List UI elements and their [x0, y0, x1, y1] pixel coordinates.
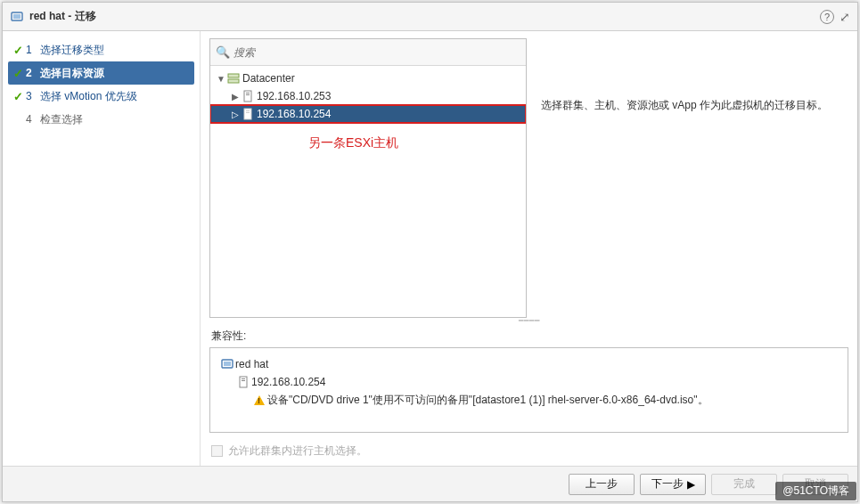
- next-button-label: 下一步: [651, 476, 684, 492]
- vm-icon: [219, 357, 235, 371]
- svg-rect-7: [244, 109, 251, 119]
- compatibility-label: 兼容性:: [211, 329, 848, 344]
- warning-icon: [251, 395, 267, 405]
- dialog-footer: 上一步 下一步 ▶ 完成 取消: [3, 466, 857, 501]
- svg-rect-9: [246, 112, 250, 113]
- back-button[interactable]: 上一步: [569, 474, 635, 495]
- twisty-right-icon[interactable]: ▷: [230, 110, 241, 119]
- titlebar: red hat - 迁移 ? ⤢: [3, 3, 857, 31]
- check-icon: ✓: [13, 44, 26, 57]
- tree-node-label: 192.168.10.253: [257, 90, 331, 102]
- dialog-body: ✓ 1 选择迁移类型 ✓ 2 选择目标资源 ✓ 3 选择 vMotion 优先级…: [3, 31, 857, 466]
- compat-host-name: 192.168.10.254: [251, 376, 325, 388]
- resource-tree-panel: 🔍 ▼ Datacenter ▶: [209, 38, 527, 318]
- step-number: 3: [26, 90, 40, 102]
- wizard-step-select-resource[interactable]: ✓ 2 选择目标资源: [8, 61, 194, 85]
- compatibility-box: red hat 192.168.10.254 设备"CD/DVD drive 1…: [209, 347, 848, 433]
- svg-rect-1: [13, 14, 20, 19]
- check-icon: ✓: [13, 113, 26, 126]
- vm-icon: [10, 10, 24, 24]
- wizard-sidebar: ✓ 1 选择迁移类型 ✓ 2 选择目标资源 ✓ 3 选择 vMotion 优先级…: [3, 31, 201, 466]
- datacenter-icon: [226, 72, 241, 85]
- watermark: @51CTO博客: [775, 482, 856, 500]
- splitter-handle[interactable]: ━━━━: [209, 318, 848, 323]
- tree-node-label: 192.168.10.254: [257, 108, 331, 120]
- step-label: 选择迁移类型: [40, 43, 104, 58]
- chevron-right-icon: ▶: [687, 478, 695, 491]
- wizard-step-vmotion-priority[interactable]: ✓ 3 选择 vMotion 优先级: [3, 85, 200, 108]
- svg-rect-5: [246, 93, 250, 93]
- svg-rect-12: [240, 377, 247, 387]
- allow-host-selection-row: 允许此群集内进行主机选择。: [211, 443, 848, 459]
- allow-host-selection-checkbox: [211, 445, 223, 457]
- compatibility-section: 兼容性: red hat 192.168.10.254: [209, 325, 848, 433]
- host-icon: [235, 376, 251, 388]
- allow-host-selection-label: 允许此群集内进行主机选择。: [228, 443, 367, 459]
- search-icon: 🔍: [216, 45, 230, 59]
- svg-rect-2: [228, 74, 239, 77]
- finish-button: 完成: [711, 474, 777, 495]
- next-button[interactable]: 下一步 ▶: [640, 474, 706, 495]
- svg-rect-3: [228, 79, 239, 83]
- step-label: 检查选择: [40, 112, 83, 127]
- step-number: 2: [26, 67, 40, 79]
- svg-rect-13: [242, 378, 245, 379]
- tree-node-datacenter[interactable]: ▼ Datacenter: [210, 69, 526, 87]
- compat-warning-text: 设备"CD/DVD drive 1"使用不可访问的备用"[datastore1 …: [267, 393, 708, 408]
- check-icon: ✓: [13, 67, 26, 80]
- compat-vm-row: red hat: [219, 355, 839, 373]
- twisty-down-icon[interactable]: ▼: [216, 74, 226, 84]
- step-label: 选择目标资源: [40, 66, 104, 81]
- svg-rect-14: [242, 380, 245, 381]
- description-text: 选择群集、主机、资源池或 vApp 作为此虚拟机的迁移目标。: [541, 38, 828, 318]
- tree-node-label: Datacenter: [242, 72, 295, 85]
- svg-rect-4: [244, 91, 251, 102]
- annotation-text: 另一条ESXi主机: [308, 135, 526, 151]
- svg-rect-6: [246, 94, 250, 95]
- tree-node-host-253[interactable]: ▶ 192.168.10.253: [210, 87, 526, 105]
- search-bar: 🔍: [210, 39, 526, 66]
- tree-node-host-254[interactable]: ▷ 192.168.10.254: [210, 105, 526, 123]
- host-icon: [241, 90, 255, 102]
- host-icon: [241, 108, 255, 120]
- svg-rect-11: [224, 362, 231, 366]
- step-number: 4: [26, 113, 40, 126]
- inventory-tree: ▼ Datacenter ▶ 192.168.10.253: [210, 66, 526, 317]
- check-icon: ✓: [13, 90, 26, 103]
- wizard-main: 🔍 ▼ Datacenter ▶: [201, 31, 857, 466]
- step-number: 1: [26, 44, 40, 56]
- migrate-dialog: red hat - 迁移 ? ⤢ ✓ 1 选择迁移类型 ✓ 2 选择目标资源 ✓…: [2, 2, 858, 502]
- wizard-step-migration-type[interactable]: ✓ 1 选择迁移类型: [3, 38, 200, 61]
- svg-rect-8: [246, 110, 250, 111]
- expand-icon[interactable]: ⤢: [840, 10, 850, 24]
- help-icon[interactable]: ?: [820, 10, 834, 24]
- compat-warning-row: 设备"CD/DVD drive 1"使用不可访问的备用"[datastore1 …: [219, 391, 839, 409]
- dialog-title: red hat - 迁移: [29, 9, 96, 24]
- twisty-right-icon[interactable]: ▶: [230, 92, 241, 102]
- search-input[interactable]: [233, 46, 520, 59]
- wizard-step-review[interactable]: ✓ 4 检查选择: [3, 108, 200, 131]
- resource-row: 🔍 ▼ Datacenter ▶: [209, 38, 848, 318]
- step-label: 选择 vMotion 优先级: [40, 89, 137, 104]
- compat-vm-name: red hat: [235, 358, 268, 370]
- compat-host-row: 192.168.10.254: [219, 373, 839, 391]
